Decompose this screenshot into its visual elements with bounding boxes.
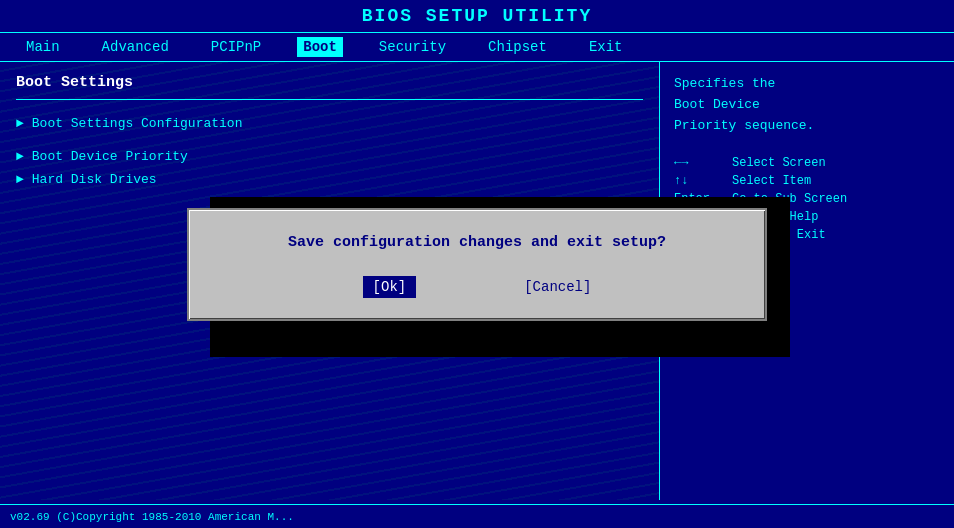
dialog-overlay: Save configuration changes and exit setu… (0, 0, 954, 528)
dialog-message: Save configuration changes and exit setu… (219, 234, 735, 251)
dialog-box: Save configuration changes and exit setu… (187, 208, 767, 321)
bios-setup-container: BIOS SETUP UTILITY Main Advanced PCIPnP … (0, 0, 954, 528)
dialog-cancel-button[interactable]: [Cancel] (510, 275, 605, 299)
ok-label: [Ok] (363, 276, 417, 298)
dialog-buttons: [Ok] [Cancel] (219, 275, 735, 299)
cancel-label: [Cancel] (524, 279, 591, 295)
dialog-ok-button[interactable]: [Ok] (349, 275, 431, 299)
